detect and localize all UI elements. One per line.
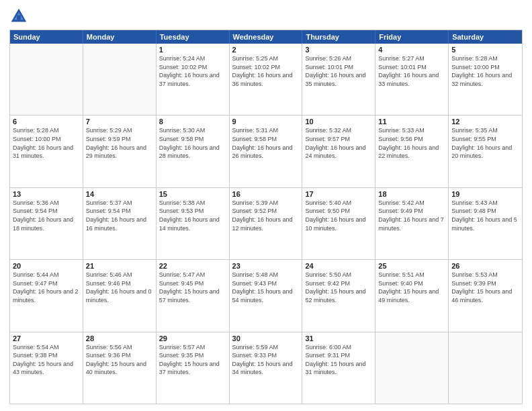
cal-cell: 6Sunrise: 5:28 AM Sunset: 10:00 PM Dayli… (10, 116, 83, 187)
day-number: 3 (305, 46, 372, 54)
cal-cell: 14Sunrise: 5:37 AM Sunset: 9:54 PM Dayli… (83, 188, 157, 259)
day-number: 29 (159, 334, 226, 342)
cal-header-sunday: Sunday (10, 30, 83, 44)
day-info: Sunrise: 5:28 AM Sunset: 10:00 PM Daylig… (13, 126, 80, 160)
cal-cell: 17Sunrise: 5:40 AM Sunset: 9:50 PM Dayli… (302, 188, 375, 259)
day-number: 8 (159, 118, 226, 126)
day-info: Sunrise: 5:50 AM Sunset: 9:42 PM Dayligh… (305, 271, 372, 304)
day-number: 11 (378, 118, 445, 126)
svg-rect-2 (17, 15, 21, 20)
cal-cell: 26Sunrise: 5:53 AM Sunset: 9:39 PM Dayli… (449, 260, 522, 331)
cal-cell: 8Sunrise: 5:30 AM Sunset: 9:58 PM Daylig… (157, 116, 230, 187)
day-number: 28 (86, 334, 153, 342)
cal-cell: 9Sunrise: 5:31 AM Sunset: 9:58 PM Daylig… (230, 116, 303, 187)
day-info: Sunrise: 5:56 AM Sunset: 9:36 PM Dayligh… (86, 343, 153, 377)
day-info: Sunrise: 5:43 AM Sunset: 9:48 PM Dayligh… (451, 199, 519, 232)
day-number: 6 (13, 118, 80, 126)
day-info: Sunrise: 5:47 AM Sunset: 9:45 PM Dayligh… (159, 271, 226, 304)
day-number: 15 (159, 190, 226, 198)
day-info: Sunrise: 5:59 AM Sunset: 9:33 PM Dayligh… (232, 343, 300, 377)
header (9, 7, 523, 26)
cal-cell: 11Sunrise: 5:33 AM Sunset: 9:56 PM Dayli… (375, 116, 449, 187)
day-number: 12 (451, 118, 519, 126)
day-number: 7 (86, 118, 153, 126)
cal-cell: 21Sunrise: 5:46 AM Sunset: 9:46 PM Dayli… (83, 260, 157, 331)
cal-cell (449, 332, 522, 404)
cal-cell: 7Sunrise: 5:29 AM Sunset: 9:59 PM Daylig… (83, 116, 157, 187)
day-info: Sunrise: 5:46 AM Sunset: 9:46 PM Dayligh… (86, 271, 153, 304)
day-info: Sunrise: 5:29 AM Sunset: 9:59 PM Dayligh… (86, 126, 153, 160)
cal-cell: 4Sunrise: 5:27 AM Sunset: 10:01 PM Dayli… (375, 44, 449, 115)
cal-cell: 13Sunrise: 5:36 AM Sunset: 9:54 PM Dayli… (10, 188, 83, 259)
cal-cell: 16Sunrise: 5:39 AM Sunset: 9:52 PM Dayli… (230, 188, 303, 259)
day-info: Sunrise: 5:27 AM Sunset: 10:01 PM Daylig… (378, 54, 445, 88)
cal-cell: 10Sunrise: 5:32 AM Sunset: 9:57 PM Dayli… (302, 116, 375, 187)
cal-cell: 12Sunrise: 5:35 AM Sunset: 9:55 PM Dayli… (449, 116, 522, 187)
cal-cell: 25Sunrise: 5:51 AM Sunset: 9:40 PM Dayli… (375, 260, 449, 331)
day-info: Sunrise: 5:40 AM Sunset: 9:50 PM Dayligh… (305, 199, 372, 232)
day-info: Sunrise: 5:28 AM Sunset: 10:00 PM Daylig… (451, 54, 519, 88)
day-number: 13 (13, 190, 80, 198)
day-info: Sunrise: 5:57 AM Sunset: 9:35 PM Dayligh… (159, 343, 226, 377)
day-number: 22 (159, 262, 226, 270)
logo-icon (9, 7, 28, 26)
cal-cell: 27Sunrise: 5:54 AM Sunset: 9:38 PM Dayli… (10, 332, 83, 404)
cal-cell: 19Sunrise: 5:43 AM Sunset: 9:48 PM Dayli… (449, 188, 522, 259)
day-info: Sunrise: 5:53 AM Sunset: 9:39 PM Dayligh… (451, 271, 519, 304)
cal-cell: 1Sunrise: 5:24 AM Sunset: 10:02 PM Dayli… (157, 44, 230, 115)
day-info: Sunrise: 5:51 AM Sunset: 9:40 PM Dayligh… (378, 271, 445, 304)
day-number: 9 (232, 118, 300, 126)
cal-cell (83, 44, 157, 115)
cal-week-3: 13Sunrise: 5:36 AM Sunset: 9:54 PM Dayli… (10, 188, 522, 260)
cal-week-5: 27Sunrise: 5:54 AM Sunset: 9:38 PM Dayli… (10, 332, 522, 404)
day-number: 2 (232, 46, 300, 54)
day-number: 1 (159, 46, 226, 54)
cal-cell: 20Sunrise: 5:44 AM Sunset: 9:47 PM Dayli… (10, 260, 83, 331)
day-number: 26 (451, 262, 519, 270)
cal-cell: 28Sunrise: 5:56 AM Sunset: 9:36 PM Dayli… (83, 332, 157, 404)
day-info: Sunrise: 5:33 AM Sunset: 9:56 PM Dayligh… (378, 126, 445, 160)
cal-cell: 5Sunrise: 5:28 AM Sunset: 10:00 PM Dayli… (449, 44, 522, 115)
cal-week-1: 1Sunrise: 5:24 AM Sunset: 10:02 PM Dayli… (10, 44, 522, 116)
calendar: SundayMondayTuesdayWednesdayThursdayFrid… (9, 30, 523, 404)
page: SundayMondayTuesdayWednesdayThursdayFrid… (0, 0, 532, 411)
cal-cell: 18Sunrise: 5:42 AM Sunset: 9:49 PM Dayli… (375, 188, 449, 259)
day-number: 14 (86, 190, 153, 198)
day-number: 19 (451, 190, 519, 198)
cal-cell: 31Sunrise: 6:00 AM Sunset: 9:31 PM Dayli… (302, 332, 375, 404)
day-info: Sunrise: 5:30 AM Sunset: 9:58 PM Dayligh… (159, 126, 226, 160)
day-number: 10 (305, 118, 372, 126)
day-info: Sunrise: 5:38 AM Sunset: 9:53 PM Dayligh… (159, 199, 226, 232)
cal-cell (375, 332, 449, 404)
day-number: 5 (451, 46, 519, 54)
cal-header-monday: Monday (83, 30, 157, 44)
logo (9, 7, 31, 26)
day-number: 24 (305, 262, 372, 270)
day-number: 25 (378, 262, 445, 270)
day-info: Sunrise: 5:44 AM Sunset: 9:47 PM Dayligh… (13, 271, 80, 304)
cal-cell: 23Sunrise: 5:48 AM Sunset: 9:43 PM Dayli… (230, 260, 303, 331)
day-info: Sunrise: 5:42 AM Sunset: 9:49 PM Dayligh… (378, 199, 445, 232)
day-info: Sunrise: 6:00 AM Sunset: 9:31 PM Dayligh… (305, 343, 372, 377)
day-number: 30 (232, 334, 300, 342)
cal-cell: 3Sunrise: 5:26 AM Sunset: 10:01 PM Dayli… (302, 44, 375, 115)
cal-week-4: 20Sunrise: 5:44 AM Sunset: 9:47 PM Dayli… (10, 260, 522, 332)
cal-header-thursday: Thursday (302, 30, 375, 44)
day-info: Sunrise: 5:25 AM Sunset: 10:02 PM Daylig… (232, 54, 300, 88)
calendar-body: 1Sunrise: 5:24 AM Sunset: 10:02 PM Dayli… (10, 44, 522, 404)
day-info: Sunrise: 5:54 AM Sunset: 9:38 PM Dayligh… (13, 343, 80, 377)
cal-cell: 15Sunrise: 5:38 AM Sunset: 9:53 PM Dayli… (157, 188, 230, 259)
day-number: 18 (378, 190, 445, 198)
day-info: Sunrise: 5:24 AM Sunset: 10:02 PM Daylig… (159, 54, 226, 88)
day-info: Sunrise: 5:39 AM Sunset: 9:52 PM Dayligh… (232, 199, 300, 232)
cal-cell: 22Sunrise: 5:47 AM Sunset: 9:45 PM Dayli… (157, 260, 230, 331)
day-info: Sunrise: 5:26 AM Sunset: 10:01 PM Daylig… (305, 54, 372, 88)
calendar-header: SundayMondayTuesdayWednesdayThursdayFrid… (10, 30, 522, 44)
day-info: Sunrise: 5:32 AM Sunset: 9:57 PM Dayligh… (305, 126, 372, 160)
cal-cell: 2Sunrise: 5:25 AM Sunset: 10:02 PM Dayli… (230, 44, 303, 115)
day-number: 27 (13, 334, 80, 342)
day-number: 31 (305, 334, 372, 342)
day-number: 4 (378, 46, 445, 54)
day-info: Sunrise: 5:36 AM Sunset: 9:54 PM Dayligh… (13, 199, 80, 232)
day-info: Sunrise: 5:31 AM Sunset: 9:58 PM Dayligh… (232, 126, 300, 160)
